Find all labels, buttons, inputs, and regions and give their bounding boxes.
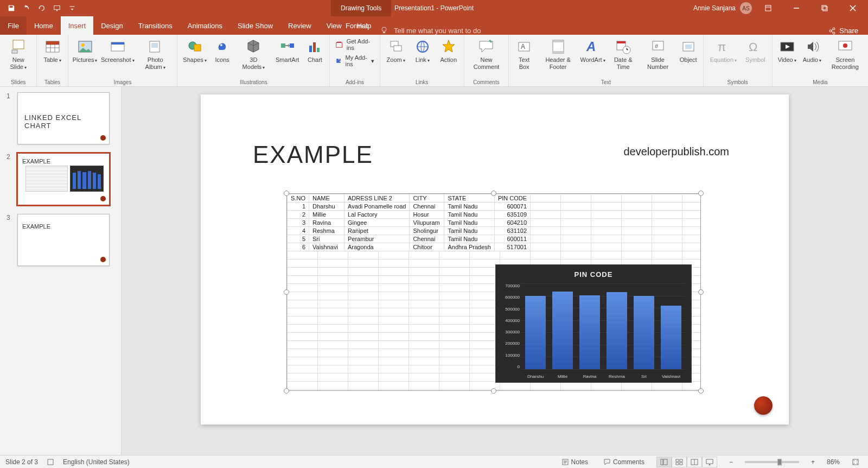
normal-view-button[interactable]	[656, 457, 672, 467]
lightbulb-icon	[380, 26, 388, 35]
3d-models-button[interactable]: 3D Models▾	[236, 37, 271, 71]
object-button[interactable]: Object	[677, 37, 700, 65]
resize-handle[interactable]	[698, 388, 704, 394]
zoom-out-button[interactable]: −	[726, 458, 736, 466]
pictures-button[interactable]: Pictures▾	[72, 37, 99, 65]
header-footer-button[interactable]: Header & Footer	[538, 37, 578, 71]
wax-seal-icon	[100, 257, 106, 262]
slide-number-button[interactable]: # Slide Number	[641, 37, 674, 71]
screenshot-button[interactable]: Screenshot▾	[100, 37, 135, 65]
resize-handle[interactable]	[698, 289, 704, 295]
tab-design[interactable]: Design	[93, 16, 130, 35]
photo-album-button[interactable]: Photo Album▾	[137, 37, 174, 71]
slide-thumbnail-1[interactable]: LINKED EXCEL CHART	[17, 92, 110, 144]
resize-handle[interactable]	[284, 289, 289, 295]
language-status[interactable]: English (United States)	[63, 458, 130, 466]
data-table: S.NO NAME ADRESS LINE 2 CITY STATE PIN C…	[287, 194, 531, 251]
tab-slideshow[interactable]: Slide Show	[230, 16, 280, 35]
svg-rect-8	[13, 40, 24, 49]
chart-bar	[579, 295, 600, 369]
new-comment-button[interactable]: New Comment	[468, 37, 506, 71]
tab-transitions[interactable]: Transitions	[131, 16, 180, 35]
zoom-slider[interactable]	[745, 461, 799, 463]
table-row: 1DharshuAvadi Ponamelle roadChennaiTamil…	[288, 203, 531, 211]
date-time-icon	[615, 38, 632, 55]
reading-view-button[interactable]	[687, 457, 702, 467]
svg-rect-22	[290, 43, 294, 48]
slide-canvas[interactable]: EXAMPLE developerpublish.com S.NO NAME A…	[201, 94, 789, 425]
group-label: Add-ins	[346, 79, 364, 86]
zoom-in-button[interactable]: +	[808, 458, 818, 466]
zoom-button[interactable]: Zoom▾	[384, 37, 409, 65]
group-label: Images	[114, 79, 132, 86]
avatar[interactable]: AS	[740, 2, 752, 14]
save-button[interactable]	[4, 1, 18, 15]
slide-thumbnail-2[interactable]: EXAMPLE	[17, 153, 110, 205]
svg-rect-34	[553, 51, 564, 53]
audio-button[interactable]: Audio▾	[801, 37, 824, 65]
resize-handle[interactable]	[284, 191, 289, 196]
qat-customize-button[interactable]	[65, 1, 79, 15]
undo-button[interactable]	[20, 1, 34, 15]
link-button[interactable]: Link▾	[411, 37, 435, 65]
symbol-button: Ω Symbol	[742, 37, 769, 65]
chart-bar	[607, 292, 627, 369]
table-row: 2MillieLal FactoryHosurTamil Nadu635109	[288, 211, 531, 219]
slideshow-view-button[interactable]	[702, 457, 717, 467]
notes-button[interactable]: Notes	[558, 458, 591, 466]
shapes-button[interactable]: Shapes▾	[181, 37, 208, 65]
smartart-button[interactable]: SmartArt	[273, 37, 301, 65]
tab-insert[interactable]: Insert	[61, 16, 94, 35]
start-slideshow-button[interactable]	[50, 1, 64, 15]
resize-handle[interactable]	[491, 191, 496, 196]
minimize-button[interactable]	[784, 0, 808, 16]
fit-to-window-button[interactable]	[848, 458, 863, 466]
action-icon	[440, 38, 457, 55]
icons-button[interactable]: Icons	[211, 37, 234, 65]
slide-thumbnails-panel[interactable]: 1 LINKED EXCEL CHART 2 EXAMPLE 3 EXAMPLE	[0, 87, 122, 455]
chart-button[interactable]: Chart	[303, 37, 326, 65]
redo-button[interactable]	[35, 1, 49, 15]
slide-thumbnail-3[interactable]: EXAMPLE	[17, 214, 110, 266]
action-button[interactable]: Action	[437, 37, 461, 65]
contextual-tab-drawing-tools: Drawing Tools	[331, 0, 391, 16]
tab-format[interactable]: Format	[334, 16, 380, 35]
accessibility-icon[interactable]	[47, 458, 54, 466]
tab-review[interactable]: Review	[280, 16, 319, 35]
equation-icon: π	[714, 38, 732, 55]
slide-sorter-view-button[interactable]	[672, 457, 687, 467]
maximize-button[interactable]	[813, 0, 837, 16]
comments-button[interactable]: Comments	[600, 458, 648, 466]
video-button[interactable]: Video▾	[776, 37, 799, 65]
embedded-excel-object[interactable]: S.NO NAME ADRESS LINE 2 CITY STATE PIN C…	[286, 193, 701, 391]
tell-me-search[interactable]: Tell me what you want to do	[380, 26, 481, 35]
zoom-level[interactable]: 86%	[827, 458, 840, 466]
wordart-button[interactable]: A WordArt▾	[580, 37, 605, 65]
tab-home[interactable]: Home	[27, 16, 61, 35]
share-button[interactable]: Share	[828, 27, 868, 35]
resize-handle[interactable]	[491, 388, 496, 394]
resize-handle[interactable]	[284, 388, 289, 394]
tab-animations[interactable]: Animations	[180, 16, 230, 35]
svg-rect-0	[54, 6, 60, 10]
table-button[interactable]: Table▾	[40, 37, 64, 65]
slide-editing-area[interactable]: EXAMPLE developerpublish.com S.NO NAME A…	[122, 87, 868, 455]
svg-rect-21	[281, 43, 285, 48]
new-slide-button[interactable]: New Slide▾	[3, 37, 33, 71]
wax-seal-icon	[100, 135, 106, 141]
text-box-button[interactable]: A Text Box	[512, 37, 536, 71]
my-addins-button[interactable]: My Add-ins▾	[333, 53, 376, 68]
tab-file[interactable]: File	[0, 16, 27, 35]
date-time-button[interactable]: Date & Time	[608, 37, 639, 71]
resize-handle[interactable]	[698, 191, 704, 196]
svg-rect-57	[706, 459, 713, 464]
screen-recording-button[interactable]: Screen Recording	[826, 37, 865, 71]
ribbon-display-options[interactable]	[756, 0, 780, 16]
svg-rect-19	[194, 45, 201, 51]
get-addins-button[interactable]: Get Add-ins	[333, 37, 376, 52]
svg-rect-50	[661, 459, 663, 465]
svg-rect-33	[553, 40, 564, 42]
close-button[interactable]	[841, 0, 865, 16]
svg-rect-54	[676, 463, 679, 465]
chart-title: PIN CODE	[496, 265, 691, 279]
